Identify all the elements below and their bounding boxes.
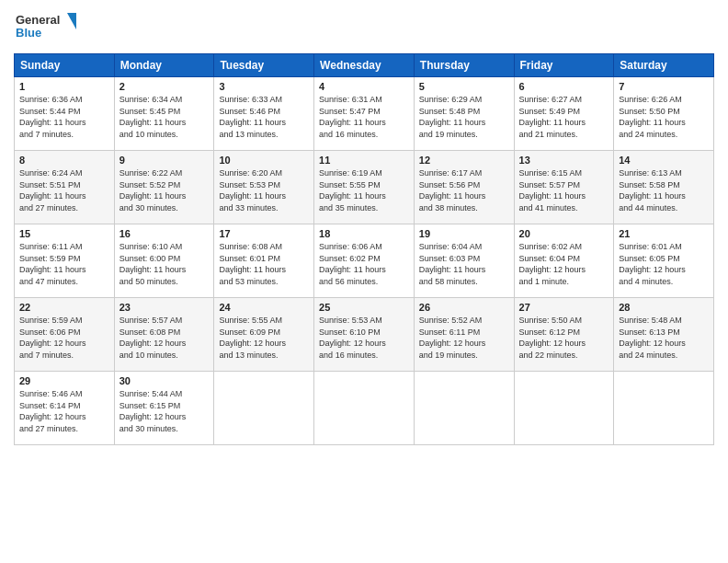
day-number: 5: [419, 81, 509, 92]
calendar-cell: [414, 372, 514, 445]
weekday-header-friday: Friday: [514, 54, 614, 77]
calendar-cell: 29Sunrise: 5:46 AM Sunset: 6:14 PM Dayli…: [15, 372, 115, 445]
day-info: Sunrise: 6:22 AM Sunset: 5:52 PM Dayligh…: [119, 167, 210, 213]
weekday-header-sunday: Sunday: [15, 54, 115, 77]
calendar-cell: 10Sunrise: 6:20 AM Sunset: 5:53 PM Dayli…: [214, 151, 314, 224]
calendar-cell: 7Sunrise: 6:26 AM Sunset: 5:50 PM Daylig…: [614, 77, 714, 151]
day-info: Sunrise: 5:57 AM Sunset: 6:08 PM Dayligh…: [119, 315, 210, 361]
calendar-cell: 24Sunrise: 5:55 AM Sunset: 6:09 PM Dayli…: [214, 298, 314, 372]
calendar-cell: 11Sunrise: 6:19 AM Sunset: 5:55 PM Dayli…: [314, 151, 415, 224]
day-number: 1: [19, 81, 109, 92]
day-info: Sunrise: 5:59 AM Sunset: 6:06 PM Dayligh…: [19, 315, 109, 361]
svg-text:General: General: [16, 13, 60, 27]
weekday-header-monday: Monday: [114, 54, 214, 77]
calendar-cell: 4Sunrise: 6:31 AM Sunset: 5:47 PM Daylig…: [314, 77, 415, 151]
day-info: Sunrise: 6:26 AM Sunset: 5:50 PM Dayligh…: [619, 94, 709, 140]
day-info: Sunrise: 6:33 AM Sunset: 5:46 PM Dayligh…: [219, 94, 309, 140]
calendar-cell: 25Sunrise: 5:53 AM Sunset: 6:10 PM Dayli…: [314, 298, 415, 372]
day-number: 29: [19, 375, 109, 386]
day-info: Sunrise: 6:19 AM Sunset: 5:55 PM Dayligh…: [319, 167, 409, 213]
calendar-cell: 23Sunrise: 5:57 AM Sunset: 6:08 PM Dayli…: [114, 298, 214, 372]
calendar-cell: 18Sunrise: 6:06 AM Sunset: 6:02 PM Dayli…: [314, 224, 415, 298]
logo: General Blue: [14, 9, 78, 46]
day-number: 15: [19, 228, 109, 239]
day-number: 22: [19, 302, 109, 313]
day-number: 13: [519, 155, 609, 166]
day-number: 19: [419, 228, 509, 239]
day-number: 14: [619, 155, 709, 166]
logo-svg: General Blue: [14, 9, 78, 46]
day-info: Sunrise: 5:55 AM Sunset: 6:09 PM Dayligh…: [219, 315, 309, 361]
calendar-cell: 5Sunrise: 6:29 AM Sunset: 5:48 PM Daylig…: [414, 77, 514, 151]
day-info: Sunrise: 5:44 AM Sunset: 6:15 PM Dayligh…: [119, 388, 210, 434]
day-number: 16: [119, 228, 210, 239]
day-info: Sunrise: 6:10 AM Sunset: 6:00 PM Dayligh…: [119, 241, 210, 287]
day-info: Sunrise: 6:02 AM Sunset: 6:04 PM Dayligh…: [519, 241, 609, 287]
day-info: Sunrise: 6:36 AM Sunset: 5:44 PM Dayligh…: [19, 94, 109, 140]
calendar-cell: [214, 372, 314, 445]
day-number: 30: [119, 375, 210, 386]
day-info: Sunrise: 6:08 AM Sunset: 6:01 PM Dayligh…: [219, 241, 309, 287]
day-info: Sunrise: 6:06 AM Sunset: 6:02 PM Dayligh…: [319, 241, 409, 287]
day-number: 4: [319, 81, 409, 92]
day-number: 20: [519, 228, 609, 239]
calendar-cell: 1Sunrise: 6:36 AM Sunset: 5:44 PM Daylig…: [15, 77, 115, 151]
page-header: General Blue: [14, 9, 714, 46]
day-info: Sunrise: 6:04 AM Sunset: 6:03 PM Dayligh…: [419, 241, 509, 287]
svg-text:Blue: Blue: [16, 26, 41, 40]
day-number: 11: [319, 155, 409, 166]
calendar-cell: 13Sunrise: 6:15 AM Sunset: 5:57 PM Dayli…: [514, 151, 614, 224]
day-number: 26: [419, 302, 509, 313]
day-info: Sunrise: 6:27 AM Sunset: 5:49 PM Dayligh…: [519, 94, 609, 140]
calendar-cell: [314, 372, 415, 445]
day-info: Sunrise: 6:15 AM Sunset: 5:57 PM Dayligh…: [519, 167, 609, 213]
calendar-cell: 17Sunrise: 6:08 AM Sunset: 6:01 PM Dayli…: [214, 224, 314, 298]
calendar-cell: 20Sunrise: 6:02 AM Sunset: 6:04 PM Dayli…: [514, 224, 614, 298]
day-number: 9: [119, 155, 210, 166]
calendar-cell: 22Sunrise: 5:59 AM Sunset: 6:06 PM Dayli…: [15, 298, 115, 372]
weekday-header-saturday: Saturday: [614, 54, 714, 77]
day-number: 3: [219, 81, 309, 92]
day-number: 17: [219, 228, 309, 239]
day-info: Sunrise: 6:34 AM Sunset: 5:45 PM Dayligh…: [119, 94, 210, 140]
day-number: 25: [319, 302, 409, 313]
day-info: Sunrise: 5:53 AM Sunset: 6:10 PM Dayligh…: [319, 315, 409, 361]
calendar-cell: [514, 372, 614, 445]
day-info: Sunrise: 6:01 AM Sunset: 6:05 PM Dayligh…: [619, 241, 709, 287]
day-info: Sunrise: 6:20 AM Sunset: 5:53 PM Dayligh…: [219, 167, 309, 213]
day-number: 2: [119, 81, 210, 92]
calendar-cell: 19Sunrise: 6:04 AM Sunset: 6:03 PM Dayli…: [414, 224, 514, 298]
day-info: Sunrise: 5:46 AM Sunset: 6:14 PM Dayligh…: [19, 388, 109, 434]
day-info: Sunrise: 6:24 AM Sunset: 5:51 PM Dayligh…: [19, 167, 109, 213]
day-number: 28: [619, 302, 709, 313]
day-info: Sunrise: 6:29 AM Sunset: 5:48 PM Dayligh…: [419, 94, 509, 140]
day-number: 21: [619, 228, 709, 239]
calendar-cell: 16Sunrise: 6:10 AM Sunset: 6:00 PM Dayli…: [114, 224, 214, 298]
day-number: 27: [519, 302, 609, 313]
day-info: Sunrise: 5:52 AM Sunset: 6:11 PM Dayligh…: [419, 315, 509, 361]
calendar-cell: 6Sunrise: 6:27 AM Sunset: 5:49 PM Daylig…: [514, 77, 614, 151]
day-info: Sunrise: 6:11 AM Sunset: 5:59 PM Dayligh…: [19, 241, 109, 287]
day-info: Sunrise: 6:31 AM Sunset: 5:47 PM Dayligh…: [319, 94, 409, 140]
weekday-header-wednesday: Wednesday: [314, 54, 415, 77]
calendar-cell: 28Sunrise: 5:48 AM Sunset: 6:13 PM Dayli…: [614, 298, 714, 372]
day-info: Sunrise: 6:13 AM Sunset: 5:58 PM Dayligh…: [619, 167, 709, 213]
day-number: 7: [619, 81, 709, 92]
calendar-cell: 30Sunrise: 5:44 AM Sunset: 6:15 PM Dayli…: [114, 372, 214, 445]
calendar-cell: 14Sunrise: 6:13 AM Sunset: 5:58 PM Dayli…: [614, 151, 714, 224]
day-number: 10: [219, 155, 309, 166]
day-number: 18: [319, 228, 409, 239]
day-number: 6: [519, 81, 609, 92]
calendar-cell: 3Sunrise: 6:33 AM Sunset: 5:46 PM Daylig…: [214, 77, 314, 151]
day-info: Sunrise: 5:48 AM Sunset: 6:13 PM Dayligh…: [619, 315, 709, 361]
day-number: 23: [119, 302, 210, 313]
day-number: 8: [19, 155, 109, 166]
calendar-cell: 26Sunrise: 5:52 AM Sunset: 6:11 PM Dayli…: [414, 298, 514, 372]
calendar-cell: [614, 372, 714, 445]
day-number: 12: [419, 155, 509, 166]
day-info: Sunrise: 6:17 AM Sunset: 5:56 PM Dayligh…: [419, 167, 509, 213]
svg-marker-2: [67, 13, 76, 29]
day-info: Sunrise: 5:50 AM Sunset: 6:12 PM Dayligh…: [519, 315, 609, 361]
calendar-cell: 21Sunrise: 6:01 AM Sunset: 6:05 PM Dayli…: [614, 224, 714, 298]
calendar-cell: 27Sunrise: 5:50 AM Sunset: 6:12 PM Dayli…: [514, 298, 614, 372]
